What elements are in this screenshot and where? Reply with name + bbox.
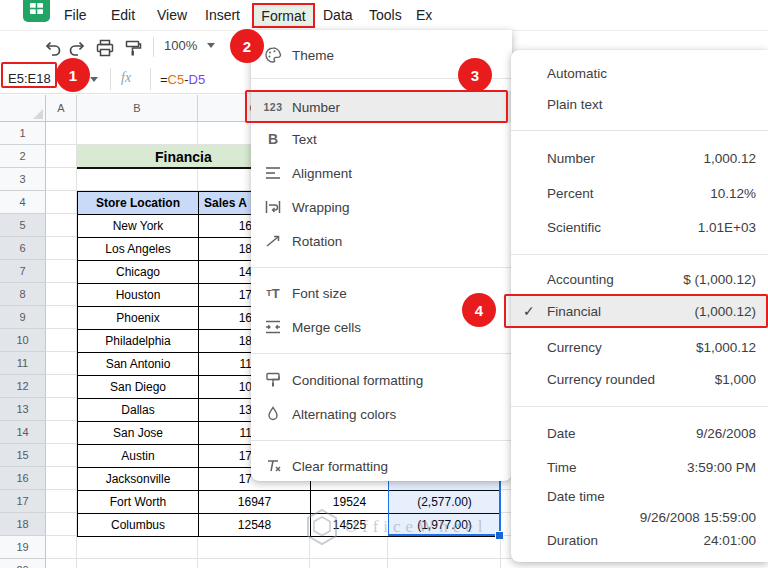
row-header-19[interactable]: 19	[0, 536, 46, 559]
row-header-4[interactable]: 4	[0, 191, 46, 214]
wrapping-icon	[262, 200, 284, 214]
formula-eq: =	[160, 72, 168, 87]
menuitem-currency-rounded[interactable]: Currency rounded $1,000	[511, 362, 768, 396]
menuitem-rotation[interactable]: Rotation	[251, 224, 512, 258]
menuitem-conditional-formatting[interactable]: Conditional formatting	[251, 363, 512, 397]
sheets-logo-icon[interactable]	[23, 0, 50, 22]
cell-city[interactable]: Philadelphia	[78, 330, 199, 353]
cell-city[interactable]: New York	[78, 215, 199, 238]
menu-edit[interactable]: Edit	[111, 7, 135, 23]
menuitem-example-value: $1,000	[715, 372, 756, 387]
table-title: Financia	[155, 149, 212, 165]
row-header-13[interactable]: 13	[0, 398, 46, 421]
google-sheets-app: File Edit View Insert Format Data Tools …	[0, 0, 768, 568]
paint-format-button[interactable]	[121, 36, 145, 60]
menuitem-number-format[interactable]: Number 1,000.12	[511, 141, 768, 175]
col-header-b[interactable]: B	[77, 95, 198, 122]
menu-data[interactable]: Data	[323, 7, 353, 23]
cell-city[interactable]: San Diego	[78, 376, 199, 399]
redo-button[interactable]	[66, 36, 90, 60]
menuitem-example-value: 1.01E+03	[698, 220, 756, 235]
menu-view[interactable]: View	[157, 7, 187, 23]
menuitem-automatic[interactable]: Automatic	[511, 56, 768, 90]
menuitem-example-value: 10.12%	[710, 186, 756, 201]
row-header-12[interactable]: 12	[0, 375, 46, 398]
row-header-2[interactable]: 2	[0, 145, 46, 168]
cell-city[interactable]: Columbus	[78, 514, 199, 537]
row-header-6[interactable]: 6	[0, 237, 46, 260]
row-header-11[interactable]: 11	[0, 352, 46, 375]
col-header-a[interactable]: A	[46, 95, 77, 122]
row-header-15[interactable]: 15	[0, 444, 46, 467]
menuitem-time[interactable]: Time 3:59:00 PM	[511, 450, 768, 484]
menu-tools[interactable]: Tools	[369, 7, 402, 23]
menu-format-active[interactable]: Format	[252, 3, 315, 28]
cell-city[interactable]: San Jose	[78, 422, 199, 445]
cell-sales-fragment: 16	[199, 311, 252, 325]
undo-button[interactable]	[40, 36, 64, 60]
alternating-colors-icon	[262, 406, 284, 422]
menuitem-text[interactable]: B Text	[251, 122, 512, 156]
formula-input[interactable]: =C5-D5	[160, 72, 205, 87]
menuitem-example-value: 9/26/2008	[696, 426, 756, 441]
menu-file[interactable]: File	[64, 7, 87, 23]
menuitem-clear-formatting[interactable]: Clear formatting	[251, 449, 512, 483]
cell-city[interactable]: Jacksonville	[78, 468, 199, 491]
menuitem-percent[interactable]: Percent 10.12%	[511, 176, 768, 210]
cell-sales-fragment: 14	[199, 265, 252, 279]
print-button[interactable]	[93, 36, 117, 60]
menu-divider	[511, 406, 768, 407]
selection-fill-handle[interactable]	[495, 531, 504, 540]
step-circle-4: 4	[462, 293, 496, 327]
menuitem-plain-text[interactable]: Plain text	[511, 87, 768, 121]
header-store-location[interactable]: Store Location	[78, 192, 199, 215]
cell-city[interactable]: Austin	[78, 445, 199, 468]
menuitem-alignment[interactable]: Alignment	[251, 156, 512, 190]
annotation-box-financial	[504, 294, 768, 328]
alignment-icon	[262, 166, 284, 180]
row-header-16[interactable]: 16	[0, 467, 46, 490]
row-header-3[interactable]: 3	[0, 168, 46, 191]
menuitem-scientific[interactable]: Scientific 1.01E+03	[511, 210, 768, 244]
cell-sales-fragment: 11	[199, 357, 252, 371]
row-header-9[interactable]: 9	[0, 306, 46, 329]
menuitem-accounting[interactable]: Accounting $ (1,000.12)	[511, 262, 768, 296]
cell-city[interactable]: Chicago	[78, 261, 199, 284]
cell-city[interactable]: Fort Worth	[78, 491, 199, 514]
cell-city[interactable]: San Antonio	[78, 353, 199, 376]
menuitem-currency[interactable]: Currency $1,000.12	[511, 330, 768, 364]
row-header-18[interactable]: 18	[0, 513, 46, 536]
row-header-10[interactable]: 10	[0, 329, 46, 352]
menuitem-label: Rotation	[292, 234, 342, 249]
menu-insert[interactable]: Insert	[205, 7, 240, 23]
cell-city[interactable]: Houston	[78, 284, 199, 307]
cell-sales-fragment: 10	[199, 380, 252, 394]
menu-divider	[511, 254, 768, 255]
row-header-14[interactable]: 14	[0, 421, 46, 444]
row-header-5[interactable]: 5	[0, 214, 46, 237]
menuitem-date[interactable]: Date 9/26/2008	[511, 416, 768, 450]
cell-sales[interactable]: 16947	[199, 491, 311, 514]
menu-extensions-cut[interactable]: Ex	[416, 7, 432, 23]
formula-ref2: D5	[189, 72, 206, 87]
font-size-icon: TT	[262, 286, 284, 301]
menuitem-label: Accounting	[547, 272, 614, 287]
cell-city[interactable]: Phoenix	[78, 307, 199, 330]
row-header-1[interactable]: 1	[0, 122, 46, 145]
menuitem-alternating-colors[interactable]: Alternating colors	[251, 397, 512, 431]
step-circle-2: 2	[230, 29, 264, 63]
menuitem-label: Number	[547, 151, 595, 166]
watermark-text: OfficeWheel	[345, 517, 487, 537]
row-header-7[interactable]: 7	[0, 260, 46, 283]
select-all-corner[interactable]	[0, 95, 46, 122]
menuitem-duration[interactable]: Duration 24:01:00	[511, 523, 768, 557]
name-box-chevron-icon[interactable]	[90, 77, 98, 82]
row-header-8[interactable]: 8	[0, 283, 46, 306]
row-header-17[interactable]: 17	[0, 490, 46, 513]
menuitem-wrapping[interactable]: Wrapping	[251, 190, 512, 224]
zoom-control[interactable]: 100%	[164, 38, 215, 53]
cell-sales[interactable]: 12548	[199, 514, 311, 537]
cell-city[interactable]: Los Angeles	[78, 238, 199, 261]
row-header-20[interactable]: 20	[0, 559, 46, 568]
cell-city[interactable]: Dallas	[78, 399, 199, 422]
